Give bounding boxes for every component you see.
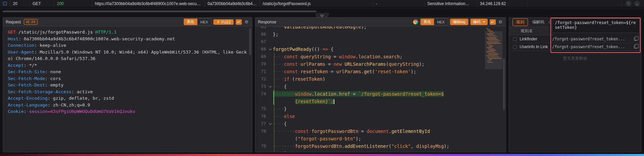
collapse-table-button[interactable] <box>316 13 329 17</box>
request-header-line[interactable]: Accept:·*/* <box>8 62 247 69</box>
view-mode-segment: 美化 HEX <box>183 18 212 25</box>
line-number: 80 <box>255 150 268 152</box>
detail-panels: Request id: 24 美化 HEX ⚡ FUZZ ↵ ⚙ GET·/st… <box>0 17 644 152</box>
code-line[interactable]: 77····{ <box>255 120 485 128</box>
code-line[interactable]: 71····const·resetToken·=·urlParams.get('… <box>255 68 485 75</box>
request-header-line[interactable]: Sec-Fetch-Storage-Access:·active <box>8 89 247 95</box>
request-header-line[interactable]: Host:·0a7300bb04a9d4b3c6b4f48900c1007e.w… <box>8 36 247 42</box>
copy-icon[interactable] <box>634 37 637 41</box>
code-line[interactable]: 70····const·urlParams·=·new·URLSearchPar… <box>255 60 485 68</box>
request-header-line[interactable]: Sec-Fetch-Site:·none <box>8 69 247 75</box>
jump-icon[interactable]: → <box>634 1 640 6</box>
code-line[interactable]: 79········forgotPasswordBtn.addEventList… <box>255 142 485 150</box>
settings-gear-icon[interactable]: ⚙ <box>244 19 249 25</box>
beautify-button[interactable]: 美化 <box>421 19 434 25</box>
code-line[interactable]: 76····else <box>255 113 485 120</box>
code-line[interactable]: 80····} <box>255 150 485 152</box>
request-header-line[interactable]: Sec-Fetch-Dest:·empty <box>8 82 247 89</box>
column-body-length: - <box>373 0 425 7</box>
line-number: 67 <box>255 38 268 45</box>
fold-icon[interactable] <box>269 122 271 124</box>
settings-gear-icon[interactable]: ⚙ <box>498 19 503 25</box>
row-checkbox-cell <box>0 0 10 7</box>
request-header-line[interactable]: Accept-Language:·zh-CN,zh;q=0.9 <box>8 102 247 109</box>
code-line[interactable]: 72····if·(resetToken) <box>255 75 485 83</box>
rule-name: Linkfinder <box>520 37 552 41</box>
favorite-icon[interactable]: ♡ <box>626 1 631 6</box>
column-path: /static/js/forgotPassword.js <box>260 0 373 7</box>
request-scrollbar[interactable] <box>249 27 252 152</box>
chevron-left-icon[interactable] <box>549 21 552 24</box>
row-checkbox[interactable] <box>3 2 7 5</box>
line-number: 79 <box>255 142 268 150</box>
send-request-icon[interactable]: ↵ <box>236 19 242 25</box>
line-number: 78 <box>255 128 268 142</box>
window-accent-border <box>0 154 644 156</box>
tab-rules[interactable]: 规则 <box>512 18 528 26</box>
code-line[interactable]: 66}; <box>255 31 485 38</box>
history-row[interactable]: 20 GET 200 https://0a7300bb04a9d4b3c6b4f… <box>0 0 644 7</box>
line-number: 70 <box>255 60 268 68</box>
column-tags: Sensitive Information... <box>425 0 477 7</box>
rules-table-body: Linkfinder/forgot-password?reset_token..… <box>509 35 641 51</box>
code-line[interactable]: 65····validateInputsAndCreateMsg(e); <box>255 26 485 31</box>
copy-icon[interactable] <box>634 45 637 48</box>
code-line[interactable]: 67 <box>255 38 485 45</box>
value-tooltip: /forgot-password?reset_token=${resetToke… <box>552 18 640 33</box>
line-number: 68 <box>255 45 268 53</box>
response-panel: Response 美化 HEX 编辑tag 编码 ↵ ⚙ 65····valid… <box>255 17 506 152</box>
fold-icon[interactable] <box>269 47 271 50</box>
hex-button[interactable]: HEX <box>197 19 211 25</box>
line-number: 75 <box>255 105 268 113</box>
line-number: 76 <box>255 113 268 120</box>
request-header-line[interactable]: Sec-Fetch-Mode:·cors <box>8 75 247 82</box>
rule-checkbox[interactable] <box>513 45 517 49</box>
tab-codec[interactable]: 编解码 <box>531 19 545 26</box>
request-id-badge: id: 24 <box>24 19 38 25</box>
hex-button[interactable]: HEX <box>434 19 448 25</box>
table-collapse-strip <box>0 13 644 17</box>
code-line[interactable]: 73····{ <box>255 83 485 90</box>
request-header-line[interactable]: Connection:·keep-alive <box>8 42 247 49</box>
open-in-browser-icon[interactable] <box>413 19 418 24</box>
request-line[interactable]: GET·/static/js/forgotPassword.js·HTTP/1.… <box>8 29 247 36</box>
request-header-line[interactable]: Accept-Encoding:·gzip,·deflate,·br,·zstd <box>8 95 247 102</box>
edit-tag-button[interactable]: 编辑tag <box>450 19 468 25</box>
response-scrollbar[interactable] <box>503 26 506 152</box>
rule-name: Userinfo In Link <box>520 44 552 49</box>
request-panel: Request id: 24 美化 HEX ⚡ FUZZ ↵ ⚙ GET·/st… <box>3 17 252 152</box>
encode-dropdown-button[interactable]: 编码 <box>470 19 488 25</box>
column-host: 0a7300bb04a9d4b3c6b4f4890... <box>205 0 260 7</box>
response-code-wrap: 65····validateInputsAndCreateMsg(e);66};… <box>255 26 506 152</box>
rule-row[interactable]: Linkfinder/forgot-password?reset_token..… <box>509 35 641 43</box>
response-code-column[interactable]: 65····validateInputsAndCreateMsg(e);66};… <box>255 26 485 152</box>
request-editor[interactable]: GET·/static/js/forgotPassword.js·HTTP/1.… <box>3 26 252 152</box>
fuzz-button[interactable]: ⚡ FUZZ <box>213 19 234 25</box>
code-line[interactable]: 78········const·forgotPasswordBtn·=·docu… <box>255 128 485 142</box>
minimap[interactable] <box>485 26 503 152</box>
send-response-icon[interactable]: ↵ <box>490 19 496 25</box>
line-number: 77 <box>255 120 268 128</box>
code-line[interactable]: 75····} <box>255 105 485 113</box>
beautify-button[interactable]: 美化 <box>184 19 197 25</box>
request-header-line[interactable]: Cookie:·session=43sFPgiU0pWWUQuDdUmU7VaV… <box>8 108 247 115</box>
horizontal-scrollbar-thumb[interactable] <box>3 11 316 12</box>
rule-checkbox[interactable] <box>513 37 517 41</box>
column-filler <box>528 0 621 7</box>
code-line[interactable]: 74········window.location.href·=·`/forgo… <box>255 90 485 105</box>
request-header-line[interactable]: User-Agent:·Mozilla/5.0·(Windows·NT·10.0… <box>8 49 247 62</box>
request-scrollbar-thumb[interactable] <box>249 28 251 55</box>
line-number: 66 <box>255 31 268 38</box>
no-more-data-text: 暂无更多数据 <box>509 56 641 61</box>
code-line[interactable]: 68forgotPwdReady(()·=>·{ <box>255 45 485 53</box>
column-url: https://0a7300bb04a9d4b3c6b4f48900c1007e… <box>92 0 205 7</box>
code-line[interactable]: 69····const·queryString·=·window.locatio… <box>255 53 485 60</box>
column-id: 20 <box>10 0 30 7</box>
history-table: 20 GET 200 https://0a7300bb04a9d4b3c6b4f… <box>0 0 644 17</box>
fold-icon[interactable] <box>269 84 271 87</box>
rule-value: /forgot-password?reset_token... <box>552 44 632 49</box>
rule-row[interactable]: Userinfo In Link/forgot-password?reset_t… <box>509 43 641 51</box>
response-scrollbar-thumb[interactable] <box>503 59 505 110</box>
response-editor[interactable]: 65····validateInputsAndCreateMsg(e);66};… <box>255 26 485 152</box>
next-row-partial <box>0 7 644 10</box>
